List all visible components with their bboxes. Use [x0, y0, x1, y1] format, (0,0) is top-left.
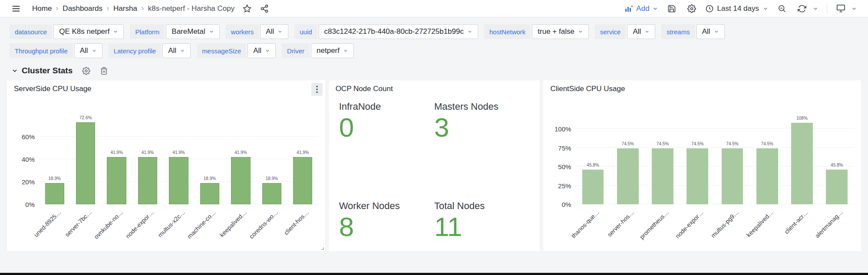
grafana-dashboard-screen: HomeDashboardsHarshak8s-netperf - Harsha… [0, 0, 868, 275]
panel-header[interactable]: ServerSide CPU Usage [7, 80, 325, 98]
variable-label: Platform [130, 24, 165, 39]
share-button[interactable] [258, 2, 271, 15]
bar-value-label: 18.9% [266, 176, 278, 181]
bar[interactable] [617, 148, 639, 205]
chevron-down-icon [762, 6, 769, 12]
x-axis-tick-label: node-expor… [674, 209, 705, 239]
time-range-picker[interactable]: Last 14 days [705, 4, 769, 13]
variable-value-dropdown[interactable]: All [260, 24, 288, 39]
bar[interactable] [722, 148, 743, 205]
breadcrumb-item[interactable]: Dashboards [63, 4, 102, 13]
stat-infranode: InfraNode0 [339, 101, 434, 170]
bar[interactable] [686, 148, 708, 205]
save-dashboard-button[interactable] [665, 2, 678, 15]
bar[interactable] [107, 157, 126, 204]
dashboard-settings-button[interactable] [685, 2, 698, 15]
chevron-down-icon [180, 48, 185, 53]
zoom-out-time-button[interactable] [776, 2, 789, 15]
variable-selected-value: All [633, 27, 641, 36]
x-axis-tick-label: keepalived… [218, 209, 248, 239]
bar-value-label: 18.9% [49, 176, 61, 181]
variable-value-dropdown[interactable]: netperf [311, 43, 354, 58]
breadcrumb-chevron-icon [105, 6, 111, 11]
chevron-down-icon [92, 48, 97, 53]
chevron-down-icon [209, 29, 214, 34]
breadcrumb-item[interactable]: k8s-netperf - Harsha Copy [148, 4, 234, 13]
kiosk-mode-dropdown[interactable] [850, 2, 858, 15]
variable-value-dropdown[interactable]: BareMetal [166, 24, 219, 39]
chevron-down-icon [467, 29, 472, 34]
stat-label: Masters Nodes [434, 101, 529, 112]
panel-header[interactable]: OCP Node Count [329, 80, 540, 98]
bar[interactable] [45, 183, 64, 204]
stat-total-nodes: Total Nodes11 [434, 170, 529, 240]
refresh-dashboard-button[interactable] [795, 2, 809, 15]
variable-selected-value: All [253, 46, 261, 55]
bar[interactable] [231, 157, 250, 204]
variable-uuid: uuidc83c1242-217b-440a-80cb-272725b1b99c [294, 24, 478, 39]
variable-value-dropdown[interactable]: true + false [532, 24, 589, 39]
panel-menu-button[interactable] [311, 83, 323, 96]
variable-label: Throughput profile [10, 43, 73, 58]
bar[interactable] [652, 148, 673, 205]
panel-header[interactable]: ClientSide CPU Usage [543, 80, 861, 98]
bar[interactable] [262, 183, 281, 204]
menu-button[interactable] [10, 2, 23, 15]
share-icon [260, 4, 269, 13]
panel-ocp-node-count: OCP Node Count InfraNode0Masters Nodes3W… [328, 80, 541, 252]
x-axis-tick-label: node-expor… [124, 209, 155, 239]
variable-value-dropdown[interactable]: QE K8s netperf [53, 24, 124, 39]
variable-value-dropdown[interactable]: All [696, 24, 725, 39]
x-axis-tick-label: machine-co… [186, 209, 217, 240]
variable-selected-value: All [702, 27, 710, 36]
chevron-down-icon [714, 29, 719, 34]
variable-platform: PlatformBareMetal [130, 24, 219, 39]
star-icon [243, 4, 251, 13]
x-axis-tick-label: keepalived… [745, 209, 775, 239]
variable-value-dropdown[interactable]: All [627, 24, 655, 39]
row-settings-gear-icon[interactable] [82, 67, 90, 75]
bar[interactable] [582, 170, 604, 204]
variable-value-dropdown[interactable]: c83c1242-217b-440a-80cb-272725b1b99c [319, 24, 478, 39]
breadcrumb-item[interactable]: Harsha [113, 4, 137, 13]
tv-kiosk-mode-button[interactable] [834, 2, 847, 15]
variable-label: workers [226, 24, 259, 39]
variable-workers: workersAll [226, 24, 288, 39]
chevron-down-icon [652, 6, 658, 12]
bar[interactable] [76, 122, 95, 204]
variable-latency-profile: Latency profileAll [109, 43, 191, 58]
bar[interactable] [200, 183, 219, 204]
collapse-row-button[interactable] [11, 67, 18, 74]
bar-value-label: 74.5% [691, 141, 703, 146]
add-panel-button[interactable]: Add [625, 4, 658, 13]
variable-streams: streamsAll [661, 24, 724, 39]
bar[interactable] [791, 123, 813, 204]
breadcrumb-item[interactable]: Home [32, 4, 52, 13]
bar[interactable] [756, 148, 778, 205]
variable-selected-value: c83c1242-217b-440a-80cb-272725b1b99c [324, 27, 464, 36]
y-axis-tick-label: 60% [22, 133, 35, 141]
bar[interactable] [293, 157, 312, 204]
panel-resize-handle[interactable] [320, 246, 324, 250]
chart-plot-area: 0%20%40%60%18.9%72.6%41.9%41.9%41.9%18.9… [39, 114, 318, 204]
row-header-cluster-stats: Cluster Stats [11, 66, 868, 75]
variable-driver: Drivernetperf [282, 43, 354, 58]
bar[interactable] [169, 157, 188, 204]
y-axis-tick-label: 0% [562, 201, 571, 208]
row-delete-trash-icon[interactable] [100, 67, 108, 75]
chevron-down-icon [851, 6, 857, 12]
refresh-interval-dropdown[interactable] [811, 2, 820, 15]
bar[interactable] [138, 157, 157, 204]
y-axis-tick-label: 75% [558, 144, 571, 151]
chevron-down-icon [644, 29, 650, 34]
gear-icon [687, 4, 696, 13]
x-axis-tick-label: client-acr… [783, 209, 809, 235]
stat-worker-nodes: Worker Nodes8 [339, 170, 434, 240]
bar[interactable] [826, 170, 848, 204]
variable-value-dropdown[interactable]: All [162, 43, 191, 58]
stat-value: 11 [434, 214, 529, 240]
favorite-star-button[interactable] [241, 2, 254, 15]
variable-value-dropdown[interactable]: All [74, 43, 102, 58]
variable-value-dropdown[interactable]: All [248, 43, 276, 58]
stat-label: Total Nodes [434, 200, 529, 212]
